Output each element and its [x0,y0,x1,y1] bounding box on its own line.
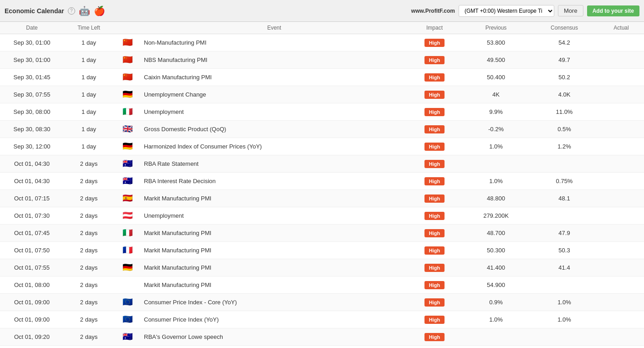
cell-event: Unemployment Change [141,90,407,99]
table-row: Oct 01, 04:30 2 days 🇦🇺 RBA Rate Stateme… [0,155,644,173]
cell-previous: 48.800 [462,194,530,203]
cell-event: Markit Manufacturing PMI [141,263,407,272]
cell-time-left: 2 days [64,263,114,272]
flag-icon: 🇮🇹 [122,229,133,236]
cell-impact: High [407,159,462,169]
cell-previous: 50.400 [462,73,530,82]
cell-impact: High [407,211,462,221]
flag-icon: 🇦🇺 [122,160,133,167]
cell-previous: 279.200K [462,211,530,220]
flag-icon: 🇦🇹 [122,212,133,219]
table-row: Sep 30, 07:55 1 day 🇩🇪 Unemployment Chan… [0,86,644,103]
cell-impact: High [407,38,462,48]
cell-consensus: 48.1 [530,194,598,203]
cell-date: Oct 01, 07:50 [0,246,64,255]
flag-icon [122,281,133,288]
cell-previous: 53.800 [462,38,530,47]
table-row: Oct 01, 07:30 2 days 🇦🇹 Unemployment Hig… [0,207,644,225]
cell-time-left: 1 day [64,125,114,133]
table-row: Sep 30, 08:30 1 day 🇬🇧 Gross Domestic Pr… [0,121,644,138]
cell-event: Markit Manufacturing PMI [141,194,407,203]
impact-badge: High [424,316,445,324]
cell-flag: 🇨🇳 [114,38,141,47]
cell-actual [598,250,644,251]
cell-date: Sep 30, 07:55 [0,90,64,99]
cell-date: Sep 30, 01:45 [0,73,64,82]
cell-actual [598,267,644,269]
flag-icon: 🇨🇳 [122,73,133,81]
flag-icon: 🇩🇪 [122,91,133,98]
cell-consensus: 41.4 [530,263,598,272]
cell-consensus: 50.3 [530,246,598,255]
cell-date: Sep 30, 08:30 [0,125,64,133]
flag-icon: 🇩🇪 [122,143,133,150]
cell-impact: High [407,90,462,100]
more-button[interactable]: More [558,5,583,16]
cell-impact: High [407,315,462,325]
flag-icon: 🇨🇳 [122,39,133,46]
cell-actual [598,215,644,217]
cell-date: Sep 30, 01:00 [0,38,64,47]
impact-badge: High [424,246,445,255]
table-row: Oct 01, 07:55 2 days 🇩🇪 Markit Manufactu… [0,259,644,276]
col-event: Event [141,25,407,31]
impact-badge: High [424,333,445,341]
flag-icon: 🇮🇹 [122,108,133,115]
cell-flag: 🇮🇹 [114,228,141,238]
cell-date: Oct 01, 09:00 [0,315,64,324]
table-row: Oct 01, 09:00 2 days 🇪🇺 Consumer Price I… [0,311,644,328]
flag-icon: 🇬🇧 [122,125,133,133]
table-row: Sep 30, 01:00 1 day 🇨🇳 Non-Manufacturing… [0,34,644,51]
table-row: Oct 01, 09:00 2 days 🇪🇺 Consumer Price I… [0,294,644,311]
cell-event: NBS Manufacturing PMI [141,56,407,64]
flag-icon: 🇪🇸 [122,194,133,202]
impact-badge: High [424,264,445,272]
cell-flag: 🇦🇺 [114,332,141,342]
cell-impact: High [407,124,462,134]
cell-time-left: 2 days [64,194,114,203]
cell-time-left: 2 days [64,281,114,289]
cell-impact: High [407,297,462,307]
cell-flag: 🇦🇺 [114,159,141,169]
flag-icon: 🇨🇳 [122,56,133,63]
cell-consensus: 1.2% [530,142,598,151]
help-icon[interactable]: ? [68,7,75,15]
cell-consensus: 47.9 [530,229,598,237]
top-bar-left: Economic Calendar ? 🤖 🍎 [5,5,105,16]
impact-badge: High [424,160,445,168]
col-date: Date [0,25,64,31]
cell-time-left: 2 days [64,211,114,220]
cell-actual [598,94,644,96]
cell-consensus [530,163,598,165]
cell-flag: 🇨🇳 [114,72,141,82]
impact-badge: High [424,39,445,47]
add-site-button[interactable]: Add to your site [587,5,639,16]
table-row: Sep 30, 08:00 1 day 🇮🇹 Unemployment High… [0,103,644,121]
impact-badge: High [424,194,445,203]
cell-event: Non-Manufacturing PMI [141,38,407,47]
cell-flag: 🇪🇺 [114,297,141,307]
cell-actual [598,180,644,182]
cell-flag: 🇬🇧 [114,124,141,134]
cell-time-left: 2 days [64,159,114,168]
apple-icon: 🍎 [94,5,105,16]
cell-actual [598,198,644,200]
cell-date: Oct 01, 07:30 [0,211,64,220]
cell-previous: 1.0% [462,315,530,324]
cell-consensus [530,336,598,338]
timezone-select[interactable]: (GMT +0:00) Western Europe Ti [459,5,554,17]
cell-event: Gross Domestic Product (QoQ) [141,125,407,133]
cell-consensus [530,284,598,286]
table-row: Oct 01, 07:15 2 days 🇪🇸 Markit Manufactu… [0,190,644,207]
cell-date: Oct 01, 07:45 [0,229,64,237]
cell-consensus: 50.2 [530,73,598,82]
impact-badge: High [424,143,445,151]
table-header: Date Time Left Event Impact Previous Con… [0,22,644,34]
cell-previous: 48.700 [462,229,530,237]
col-previous: Previous [462,25,530,31]
impact-badge: High [424,73,445,82]
impact-badge: High [424,177,445,185]
impact-badge: High [424,56,445,64]
cell-date: Sep 30, 12:00 [0,142,64,151]
cell-actual [598,336,644,338]
